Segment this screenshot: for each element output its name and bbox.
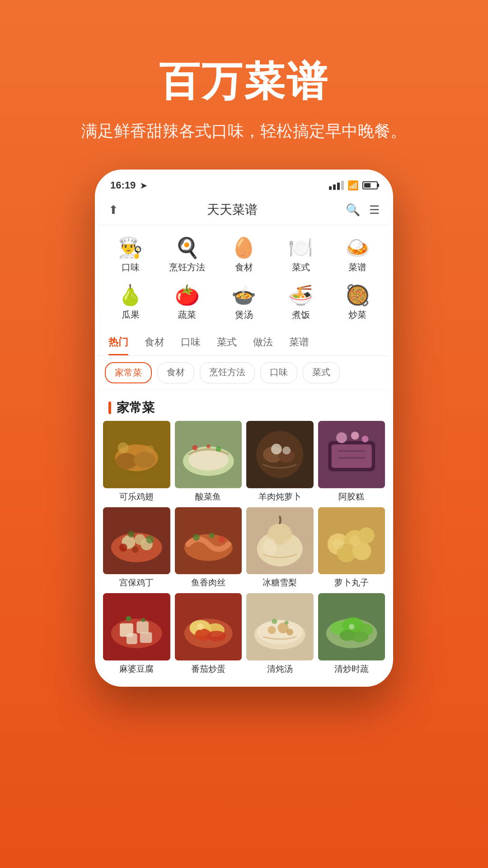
svg-point-23 — [361, 436, 368, 443]
svg-point-3 — [134, 452, 155, 468]
food-sauerkraut-fish[interactable]: 酸菜鱼 — [175, 421, 242, 503]
svg-point-60 — [141, 618, 145, 622]
category-stir-fry[interactable]: 🥘 炒菜 — [329, 282, 386, 325]
food-tomato-egg[interactable]: 番茄炒蛋 — [175, 593, 242, 675]
filter-cooking-method[interactable]: 烹饪方法 — [200, 362, 255, 383]
food-name-ejiao-cake: 阿胶糕 — [338, 491, 364, 503]
search-icon[interactable]: 🔍 — [346, 203, 360, 217]
svg-point-5 — [146, 445, 154, 453]
svg-point-37 — [193, 534, 200, 541]
svg-point-66 — [207, 631, 226, 642]
filter-taste[interactable]: 口味 — [260, 362, 297, 383]
status-icons: 📶 — [329, 180, 378, 191]
svg-point-33 — [146, 535, 154, 543]
tab-dish-style[interactable]: 菜式 — [217, 329, 237, 355]
hero-title: 百万菜谱 — [81, 54, 407, 109]
category-recipe[interactable]: 🍛 菜谱 — [329, 234, 386, 277]
svg-rect-20 — [331, 444, 371, 468]
dish-icon: 🍽️ — [288, 238, 313, 258]
tab-recipe[interactable]: 菜谱 — [289, 329, 309, 355]
vegetable-label: 蔬菜 — [178, 309, 196, 321]
food-lamb-radish[interactable]: 羊肉炖萝卜 — [246, 421, 314, 503]
ingredients-icon: 🥚 — [231, 238, 256, 258]
food-name-rock-sugar-pear: 冰糖雪梨 — [263, 577, 297, 589]
food-image-tomato-egg — [175, 593, 242, 660]
category-taste[interactable]: 👨‍🍳 口味 — [102, 234, 159, 277]
tab-hot[interactable]: 热门 — [108, 329, 128, 355]
svg-rect-56 — [136, 621, 149, 633]
header-actions: 🔍 ☰ — [346, 203, 380, 217]
category-soup[interactable]: 🍲 煲汤 — [216, 282, 272, 325]
filter-ingredients[interactable]: 食材 — [157, 362, 194, 383]
tab-ingredients[interactable]: 食材 — [145, 329, 164, 355]
food-clear-soup[interactable]: 清炖汤 — [246, 593, 314, 675]
cooking-icon: 🍳 — [175, 238, 200, 258]
rice-label: 煮饭 — [292, 309, 310, 321]
svg-point-2 — [116, 453, 137, 469]
food-image-radish-balls — [318, 507, 385, 575]
stirfry-icon: 🥘 — [345, 285, 370, 305]
tab-method[interactable]: 做法 — [253, 329, 273, 355]
stirfry-label: 炒菜 — [348, 309, 366, 321]
svg-point-38 — [209, 533, 214, 538]
food-image-sauerkraut-fish — [175, 421, 242, 488]
food-name-lamb-radish: 羊肉炖萝卜 — [258, 491, 301, 503]
soup-icon: 🍲 — [231, 285, 256, 305]
location-arrow-icon: ➤ — [140, 181, 147, 190]
category-section: 👨‍🍳 口味 🍳 烹饪方法 🥚 食材 🍽️ 菜式 🍛 菜谱 🍐 — [98, 225, 390, 329]
food-ejiao-cake[interactable]: 阿胶糕 — [318, 421, 385, 503]
svg-point-22 — [351, 432, 359, 440]
food-name-cola-chicken: 可乐鸡翅 — [119, 491, 154, 503]
bottom-safe-area — [98, 675, 390, 684]
category-rice[interactable]: 🍜 煮饭 — [272, 282, 329, 325]
food-kungpao-chicken[interactable]: 宫保鸡丁 — [103, 507, 170, 589]
category-cooking-method[interactable]: 🍳 烹饪方法 — [159, 234, 216, 277]
food-rock-sugar-pear[interactable]: 冰糖雪梨 — [246, 507, 314, 589]
food-image-rock-sugar-pear — [246, 507, 314, 575]
food-name-tomato-egg: 番茄炒蛋 — [191, 663, 225, 675]
food-name-green-veg: 清炒时蔬 — [334, 663, 369, 675]
food-fish-pork[interactable]: 鱼香肉丝 — [175, 507, 242, 589]
food-image-lamb-radish — [246, 421, 314, 488]
svg-point-39 — [218, 536, 225, 542]
category-fruit[interactable]: 🍐 瓜果 — [102, 282, 159, 325]
svg-point-43 — [263, 538, 277, 557]
food-cola-chicken[interactable]: 可乐鸡翅 — [103, 421, 170, 503]
svg-point-75 — [285, 621, 289, 625]
svg-point-59 — [126, 616, 131, 621]
share-icon[interactable]: ⬆ — [108, 203, 118, 217]
status-bar: 16:19 ➤ 📶 — [98, 172, 390, 195]
svg-point-74 — [272, 618, 277, 624]
food-green-veg[interactable]: 清炒时蔬 — [318, 593, 385, 675]
soup-label: 煲汤 — [235, 309, 253, 321]
section-heading: 家常菜 — [98, 390, 390, 421]
svg-point-52 — [349, 535, 360, 546]
food-image-fish-pork — [175, 507, 242, 575]
svg-point-67 — [197, 623, 204, 630]
filter-home-cooking[interactable]: 家常菜 — [105, 362, 152, 383]
svg-point-73 — [286, 629, 293, 636]
status-time: 16:19 ➤ — [110, 179, 147, 191]
rice-icon: 🍜 — [288, 285, 313, 305]
svg-point-21 — [336, 432, 347, 443]
vegetable-icon: 🍅 — [175, 285, 200, 305]
food-image-green-veg — [318, 593, 385, 660]
category-ingredients[interactable]: 🥚 食材 — [216, 234, 272, 277]
food-radish-balls[interactable]: 萝卜丸子 — [318, 507, 385, 589]
svg-point-11 — [216, 446, 221, 452]
food-image-mapo-tofu — [103, 593, 170, 660]
signal-icon — [329, 181, 344, 190]
food-name-clear-soup: 清炖汤 — [267, 663, 293, 675]
svg-rect-57 — [127, 633, 137, 644]
filter-section: 家常菜 食材 烹饪方法 口味 菜式 — [98, 356, 390, 390]
recipe-label: 菜谱 — [348, 261, 366, 274]
category-dish-style[interactable]: 🍽️ 菜式 — [272, 234, 329, 277]
food-mapo-tofu[interactable]: 麻婆豆腐 — [103, 593, 170, 675]
cooking-label: 烹饪方法 — [169, 261, 205, 274]
tab-taste[interactable]: 口味 — [181, 329, 201, 355]
filter-dish-style[interactable]: 菜式 — [303, 362, 340, 383]
menu-icon[interactable]: ☰ — [369, 203, 380, 217]
svg-rect-58 — [140, 632, 152, 643]
category-vegetable[interactable]: 🍅 蔬菜 — [159, 282, 216, 325]
svg-point-31 — [119, 543, 127, 552]
